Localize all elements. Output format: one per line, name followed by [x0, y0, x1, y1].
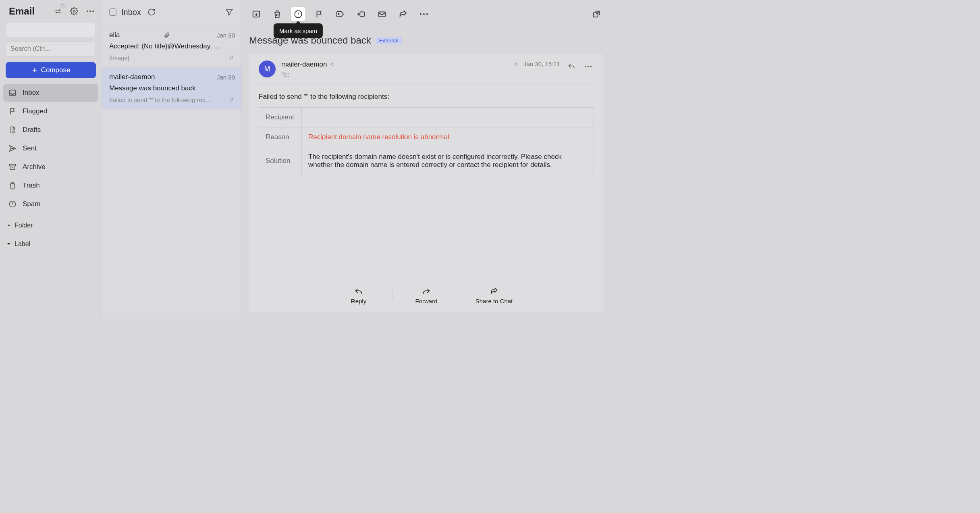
app-title: Email	[9, 6, 35, 17]
from-bracket-open: <	[330, 61, 334, 68]
search-box[interactable]	[6, 41, 96, 56]
filter-icon[interactable]	[224, 6, 235, 18]
sidebar-item-label: Sent	[23, 144, 37, 152]
flag-icon[interactable]	[228, 97, 235, 103]
sidebar-item-label: Trash	[23, 181, 40, 190]
svg-rect-6	[10, 164, 16, 166]
swap-icon[interactable]: 1	[53, 6, 63, 16]
message-card: M mailer-daemon < > To: Jan 30, 15:21	[249, 54, 604, 312]
trash-icon	[8, 181, 17, 190]
sender-avatar: M	[259, 60, 276, 77]
label-button[interactable]	[333, 7, 347, 21]
move-button[interactable]	[354, 7, 368, 21]
message-item[interactable]: eliaJan 30Accepted: (No title)@Wednesday…	[102, 25, 241, 67]
svg-point-3	[92, 10, 94, 12]
send-icon	[8, 144, 17, 153]
section-folder[interactable]: Folder	[3, 219, 98, 231]
sidebar: Email 1 Compose I	[0, 0, 102, 319]
recipient-label: Recipient	[259, 108, 302, 127]
sidebar-item-label: Inbox	[23, 89, 39, 97]
message-date: Jan 30, 15:21	[523, 60, 560, 67]
sidebar-item-flagged[interactable]: Flagged	[3, 102, 98, 120]
mark-unread-button[interactable]	[375, 7, 389, 21]
share-button[interactable]	[396, 7, 410, 21]
message-more-icon[interactable]	[583, 60, 594, 72]
spam-tooltip: Mark as spam	[274, 23, 323, 38]
folder-title: Inbox	[121, 8, 141, 17]
select-all-checkbox[interactable]	[109, 8, 116, 16]
flag-button[interactable]	[312, 7, 326, 21]
reply-icon	[355, 287, 363, 295]
share-icon	[490, 287, 498, 295]
filter-lines-icon[interactable]	[91, 45, 91, 52]
message-subject: Accepted: (No title)@Wednesday, …	[109, 42, 235, 50]
share-chat-button[interactable]: Share to Chat	[460, 287, 528, 304]
svg-point-14	[426, 13, 428, 15]
forward-button[interactable]: Forward	[392, 287, 460, 304]
message-from: elia	[109, 31, 120, 39]
plus-icon	[31, 67, 38, 73]
svg-rect-10	[360, 12, 364, 16]
solution-label: Solution	[259, 147, 302, 175]
message-from: mailer-daemon	[109, 73, 155, 81]
sidebar-item-trash[interactable]: Trash	[3, 177, 98, 194]
message-subject: Message was bounced back	[109, 84, 235, 92]
recipient-value	[302, 108, 594, 127]
settings-icon[interactable]	[69, 6, 79, 16]
sidebar-item-drafts[interactable]: Drafts	[3, 121, 98, 139]
sidebar-item-spam[interactable]: Spam	[3, 195, 98, 213]
sidebar-item-label: Flagged	[23, 107, 47, 115]
message-date: Jan 30	[217, 32, 235, 39]
svg-point-12	[420, 13, 421, 15]
sidebar-item-label: Spam	[23, 200, 40, 208]
svg-point-0	[73, 10, 75, 13]
flag-icon	[8, 107, 17, 116]
message-snippet: [Image]	[109, 54, 228, 61]
svg-point-17	[588, 65, 589, 67]
svg-point-13	[423, 13, 425, 15]
to-label: To:	[281, 71, 518, 78]
mark-spam-button[interactable]	[291, 7, 305, 21]
search-input[interactable]	[10, 45, 91, 52]
svg-point-16	[585, 65, 587, 67]
swap-badge: 1	[60, 3, 66, 8]
svg-point-9	[338, 13, 339, 15]
popout-button[interactable]	[589, 7, 604, 21]
svg-point-1	[87, 10, 88, 12]
delete-button[interactable]	[270, 7, 284, 21]
chevron-down-icon	[6, 242, 11, 246]
svg-rect-11	[379, 12, 386, 17]
archive-icon	[8, 163, 17, 171]
chevron-down-icon	[6, 223, 11, 228]
reply-button[interactable]: Reply	[325, 287, 392, 304]
compose-button[interactable]: Compose	[6, 62, 96, 78]
solution-value: The recipient's domain name doesn't exis…	[302, 147, 594, 175]
reason-label: Reason	[259, 127, 302, 147]
from-bracket-close: >	[514, 61, 518, 68]
section-label[interactable]: Label	[3, 238, 98, 250]
message-list: eliaJan 30Accepted: (No title)@Wednesday…	[102, 25, 241, 319]
doc-icon	[8, 125, 17, 134]
refresh-icon[interactable]	[146, 6, 157, 18]
attachment-icon	[164, 32, 170, 38]
flag-icon[interactable]	[228, 55, 235, 61]
reply-icon[interactable]	[566, 60, 577, 72]
bounce-table: Recipient Reason Recipient domain name r…	[259, 107, 594, 175]
external-badge: External	[376, 37, 402, 44]
toolbar-more-button[interactable]	[417, 7, 431, 21]
svg-point-18	[590, 65, 592, 67]
forward-icon	[422, 287, 430, 295]
from-name: mailer-daemon	[281, 60, 327, 69]
reader-toolbar: Mark as spam	[242, 0, 611, 28]
reader-pane: Mark as spam Message was bounced back Ex…	[242, 0, 611, 319]
sidebar-item-sent[interactable]: Sent	[3, 140, 98, 157]
body-intro: Failed to send "" to the following recip…	[259, 84, 594, 107]
archive-button[interactable]	[249, 7, 264, 21]
folder-list: InboxFlaggedDraftsSentArchiveTrashSpam	[3, 84, 98, 213]
message-item[interactable]: mailer-daemonJan 30Message was bounced b…	[102, 67, 241, 109]
account-placeholder[interactable]	[6, 23, 95, 37]
sidebar-item-inbox[interactable]: Inbox	[3, 84, 98, 102]
spam-icon	[8, 200, 17, 209]
more-icon[interactable]	[85, 6, 95, 16]
sidebar-item-archive[interactable]: Archive	[3, 158, 98, 176]
